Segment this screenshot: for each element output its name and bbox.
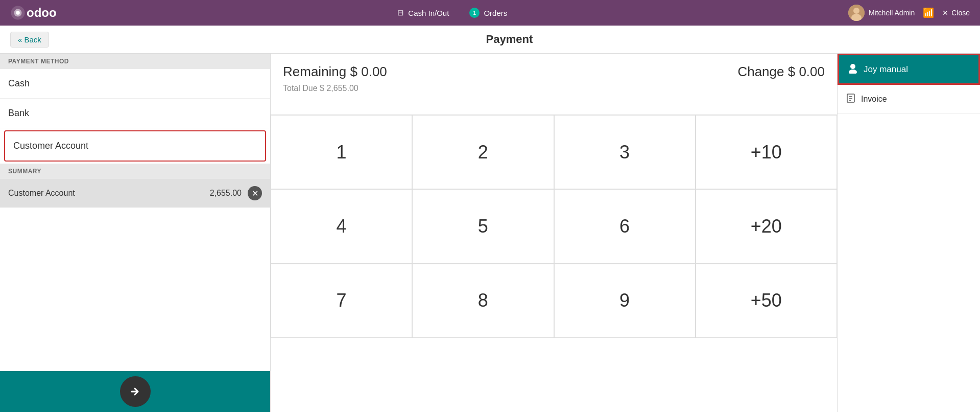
remove-button[interactable]: ✕ xyxy=(248,186,262,200)
user-info: Mitchell Admin xyxy=(848,5,915,21)
svg-point-7 xyxy=(849,70,857,74)
orders-label: Orders xyxy=(484,9,507,17)
wifi-icon: 📶 xyxy=(923,7,934,18)
orders-nav[interactable]: 1 Orders xyxy=(469,8,507,18)
change-value: $ 0.00 xyxy=(788,64,825,79)
remove-icon: ✕ xyxy=(252,189,258,198)
remaining-label: Remaining xyxy=(283,64,350,79)
close-icon: ✕ xyxy=(942,9,948,17)
numpad-plus10[interactable]: +10 xyxy=(696,115,837,189)
total-due-label: Total Due xyxy=(283,84,320,93)
back-button[interactable]: « Back xyxy=(10,32,49,48)
numpad-5[interactable]: 5 xyxy=(412,189,554,263)
cash-label: Cash xyxy=(8,78,30,88)
left-panel: PAYMENT METHOD Cash Bank Customer Accoun… xyxy=(0,54,271,412)
validate-section xyxy=(0,371,270,412)
numpad-9[interactable]: 9 xyxy=(554,264,696,338)
invoice-icon xyxy=(846,93,856,105)
summary-amount: 2,655.00 xyxy=(210,189,242,198)
customer-account-label: Customer Account xyxy=(13,141,88,151)
validate-button[interactable] xyxy=(120,376,151,407)
payment-method-header: PAYMENT METHOD xyxy=(0,54,270,69)
total-due-value: $ 2,655.00 xyxy=(320,84,358,93)
invoice-label: Invoice xyxy=(861,95,887,104)
close-button[interactable]: ✕ Close xyxy=(942,9,970,17)
summary-label: Customer Account xyxy=(8,189,210,198)
logo-text: odoo xyxy=(27,6,57,20)
numpad-7[interactable]: 7 xyxy=(271,264,412,338)
summary-header: SUMMARY xyxy=(0,164,270,179)
change-text: Change $ 0.00 xyxy=(737,64,825,80)
total-due: Total Due $ 2,655.00 xyxy=(283,84,825,93)
invoice-item[interactable]: Invoice xyxy=(838,85,980,114)
avatar xyxy=(848,5,865,21)
header-bar: « Back Payment xyxy=(0,26,980,54)
payment-info-row: Remaining $ 0.00 Change $ 0.00 xyxy=(283,64,825,80)
cash-in-out-label: Cash In/Out xyxy=(408,9,449,17)
customer-name: Joy manual xyxy=(864,64,908,75)
customer-icon xyxy=(847,62,858,76)
numpad-plus50[interactable]: +50 xyxy=(696,264,837,338)
svg-point-4 xyxy=(853,8,859,14)
user-name: Mitchell Admin xyxy=(869,9,915,17)
payment-method-bank[interactable]: Bank xyxy=(0,99,270,128)
main-layout: PAYMENT METHOD Cash Bank Customer Accoun… xyxy=(0,54,980,412)
navbar-center: ⊟ Cash In/Out 1 Orders xyxy=(77,8,828,18)
payment-method-cash[interactable]: Cash xyxy=(0,69,270,99)
svg-point-6 xyxy=(850,64,855,69)
numpad-1[interactable]: 1 xyxy=(271,115,412,189)
numpad-4[interactable]: 4 xyxy=(271,189,412,263)
change-label: Change xyxy=(737,64,787,79)
orders-badge: 1 xyxy=(469,8,480,18)
numpad-6[interactable]: 6 xyxy=(554,189,696,263)
back-label: « Back xyxy=(18,35,41,44)
customer-header[interactable]: Joy manual xyxy=(838,54,980,85)
cash-icon: ⊟ xyxy=(397,8,404,17)
cash-in-out-nav[interactable]: ⊟ Cash In/Out xyxy=(397,8,449,17)
numpad-8[interactable]: 8 xyxy=(412,264,554,338)
navbar: odoo ⊟ Cash In/Out 1 Orders Mitchell Adm… xyxy=(0,0,980,26)
numpad: 1 2 3 +10 4 5 6 +20 7 8 9 +50 xyxy=(271,115,837,412)
middle-panel: Remaining $ 0.00 Change $ 0.00 Total Due… xyxy=(271,54,837,412)
summary-row: Customer Account 2,655.00 ✕ xyxy=(0,179,270,208)
right-panel: Joy manual Invoice xyxy=(837,54,980,412)
page-title: Payment xyxy=(49,33,970,46)
bank-label: Bank xyxy=(8,108,29,118)
numpad-2[interactable]: 2 xyxy=(412,115,554,189)
numpad-plus20[interactable]: +20 xyxy=(696,189,837,263)
numpad-3[interactable]: 3 xyxy=(554,115,696,189)
remaining-text: Remaining $ 0.00 xyxy=(283,64,387,80)
svg-point-2 xyxy=(16,11,20,15)
remaining-value: $ 0.00 xyxy=(350,64,387,79)
close-label: Close xyxy=(951,9,970,17)
payment-info: Remaining $ 0.00 Change $ 0.00 Total Due… xyxy=(271,54,837,115)
odoo-logo: odoo xyxy=(10,5,57,20)
payment-method-customer-account[interactable]: Customer Account xyxy=(4,130,266,162)
navbar-right: Mitchell Admin 📶 ✕ Close xyxy=(848,5,970,21)
